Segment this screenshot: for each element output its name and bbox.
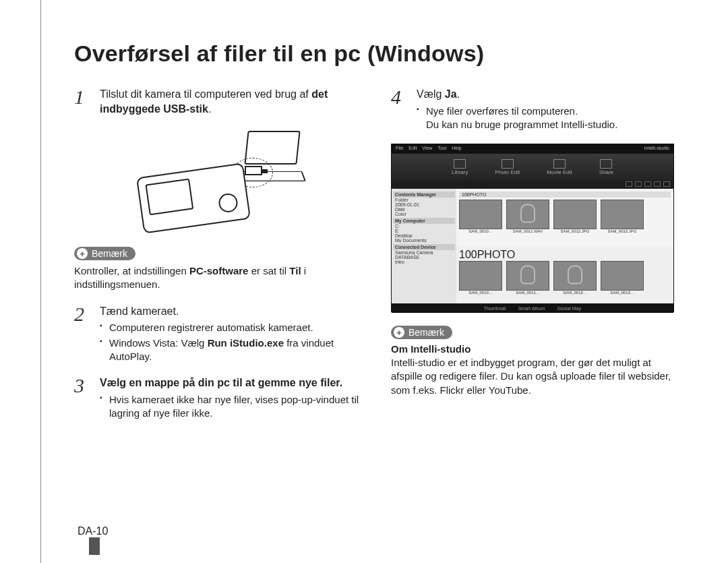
step1-text-before: Tilslut dit kamera til computeren ved br… bbox=[100, 88, 311, 100]
app-toolbar: Library Photo Edit Movie Edit Share bbox=[392, 154, 673, 181]
app-sidebar: Contents Manager Folder 2009-01-01 Date … bbox=[392, 189, 456, 303]
intelli-studio-screenshot: File Edit View Tool Help Intelli-studio … bbox=[391, 144, 674, 312]
toolbar-movieedit: Movie Edit bbox=[547, 159, 572, 175]
two-column-layout: 1 Tilslut dit kamera til computeren ved … bbox=[74, 87, 681, 432]
app-title: Intelli-studio bbox=[644, 146, 669, 152]
step-body: Tilslut dit kamera til computeren ved br… bbox=[100, 87, 364, 116]
step-4: 4 Vælg Ja. Nye filer overføres til compu… bbox=[391, 87, 681, 133]
step4-lead: Vælg Ja. bbox=[417, 87, 681, 102]
page-left-rule bbox=[40, 0, 41, 563]
note-label: Bemærk bbox=[92, 248, 127, 259]
plus-icon: + bbox=[394, 327, 404, 338]
step2-bullet-1: Computeren registrerer automatisk kamera… bbox=[100, 321, 364, 334]
note-text: Kontroller, at indstillingen PC-software… bbox=[74, 264, 364, 292]
note-badge: + Bemærk bbox=[74, 247, 135, 260]
note-subtitle: Om Intelli-studio bbox=[391, 343, 681, 355]
right-column: 4 Vælg Ja. Nye filer overføres til compu… bbox=[391, 87, 681, 432]
toolbar-photoedit: Photo Edit bbox=[495, 159, 520, 175]
step-3: 3 Vælg en mappe på din pc til at gemme n… bbox=[74, 376, 364, 421]
step-number: 2 bbox=[74, 304, 90, 365]
camera-laptop-illustration bbox=[118, 127, 320, 235]
app-menubar: File Edit View Tool Help Intelli-studio bbox=[392, 144, 673, 154]
app-pane-top: 100PHOTO SAM_0010… SAM_0011.WAV SAM_0012… bbox=[456, 189, 673, 246]
step2-lead: Tænd kameraet. bbox=[100, 304, 364, 319]
step2-bullet-2: Windows Vista: Vælg Run iStudio.exe fra … bbox=[100, 336, 364, 364]
toolbar-library: Library bbox=[452, 159, 468, 175]
app-footer: Thumbnail Smart Album Global Map bbox=[392, 303, 673, 313]
step3-bullet-1: Hvis kameraet ikke har nye filer, vises … bbox=[100, 393, 364, 421]
plus-icon: + bbox=[77, 248, 88, 259]
note-2: + Bemærk Om Intelli-studio Intelli-studi… bbox=[391, 326, 681, 397]
toolbar-share: Share bbox=[599, 159, 613, 175]
note-text: Intelli-studio er et indbygget program, … bbox=[391, 356, 681, 397]
step3-lead: Vælg en mappe på din pc til at gemme nye… bbox=[100, 377, 342, 388]
step-number: 1 bbox=[74, 87, 90, 116]
note-badge: + Bemærk bbox=[391, 326, 452, 339]
page-number: DA-10 bbox=[78, 525, 108, 537]
camera-icon bbox=[136, 162, 251, 233]
step-body: Vælg Ja. Nye filer overføres til compute… bbox=[417, 87, 681, 133]
step-1: 1 Tilslut dit kamera til computeren ved … bbox=[74, 87, 364, 116]
note-label: Bemærk bbox=[408, 327, 444, 338]
note-1: + Bemærk Kontroller, at indstillingen PC… bbox=[74, 247, 364, 292]
page-title: Overførsel af filer til en pc (Windows) bbox=[74, 40, 681, 67]
page-tab-marker bbox=[89, 537, 100, 555]
app-pane-bottom: 100PHOTO SAM_0010… SAM_0011… SAM_0012… S… bbox=[456, 246, 673, 303]
step-body: Vælg en mappe på din pc til at gemme nye… bbox=[100, 376, 364, 421]
step-number: 3 bbox=[74, 376, 90, 421]
app-view-icons bbox=[392, 181, 673, 189]
step-number: 4 bbox=[391, 87, 407, 133]
left-column: 1 Tilslut dit kamera til computeren ved … bbox=[74, 87, 364, 432]
manual-page: Overførsel af filer til en pc (Windows) … bbox=[0, 0, 728, 563]
step4-bullet-1: Nye filer overføres til computeren. Du k… bbox=[417, 105, 681, 132]
step-2: 2 Tænd kameraet. Computeren registrerer … bbox=[74, 304, 364, 365]
app-main: 100PHOTO SAM_0010… SAM_0011.WAV SAM_0012… bbox=[456, 189, 673, 303]
step-body: Tænd kameraet. Computeren registrerer au… bbox=[100, 304, 364, 365]
usb-plug-icon bbox=[245, 166, 262, 175]
step1-text-after: . bbox=[208, 103, 211, 115]
